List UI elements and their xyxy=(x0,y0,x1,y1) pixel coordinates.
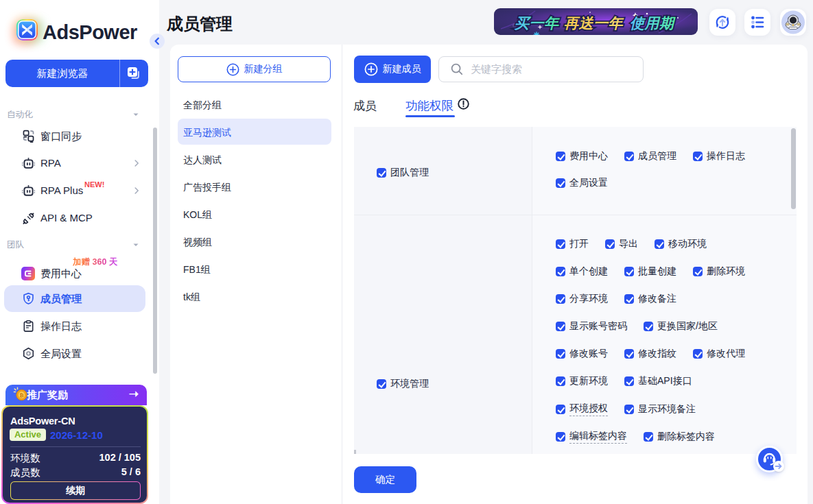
svg-text:₿: ₿ xyxy=(19,392,24,398)
svg-text:再送一年: 再送一年 xyxy=(564,15,624,31)
svg-text:买一年: 买一年 xyxy=(514,15,560,31)
svg-text:使用期: 使用期 xyxy=(630,15,676,31)
